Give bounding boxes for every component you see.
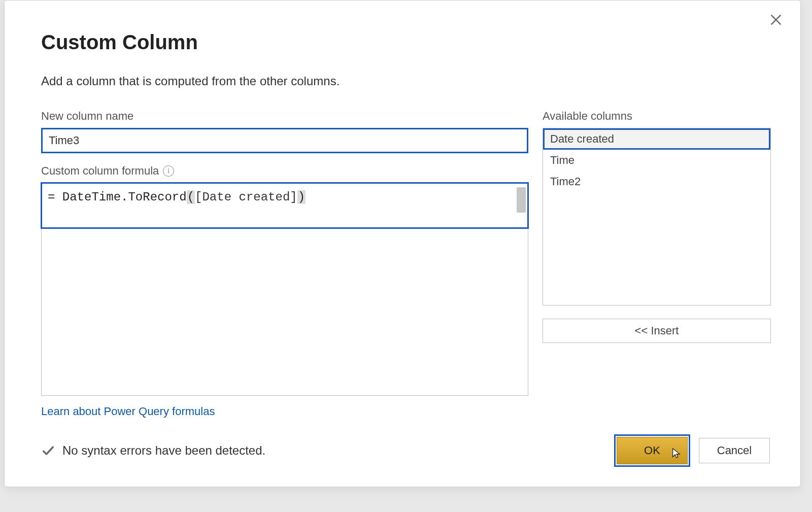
info-icon[interactable]: i xyxy=(163,165,174,177)
right-column: Available columns Date createdTimeTime2 … xyxy=(543,110,771,418)
formula-editor[interactable]: = DateTime.ToRecord([Date created]) xyxy=(41,183,528,396)
new-column-name-label: New column name xyxy=(41,110,528,123)
left-column: New column name Custom column formula i … xyxy=(41,110,528,418)
status-message: No syntax errors have been detected. xyxy=(62,443,265,458)
column-name-input[interactable] xyxy=(41,128,528,153)
formula-label-text: Custom column formula xyxy=(41,164,159,178)
available-column-item[interactable]: Time2 xyxy=(543,171,770,192)
scrollbar-thumb[interactable] xyxy=(517,187,526,213)
status-row: No syntax errors have been detected. xyxy=(41,443,265,458)
dialog-title: Custom Column xyxy=(41,31,764,54)
ok-button[interactable]: OK xyxy=(617,437,688,464)
dialog-subtitle: Add a column that is computed from the o… xyxy=(41,74,764,88)
cursor-icon xyxy=(671,447,682,460)
insert-button[interactable]: << Insert xyxy=(543,319,771,343)
close-icon xyxy=(769,13,783,27)
check-icon xyxy=(41,443,55,458)
formula-highlight-box xyxy=(41,182,529,229)
close-button[interactable] xyxy=(767,11,785,29)
learn-link[interactable]: Learn about Power Query formulas xyxy=(41,405,215,418)
available-column-item[interactable]: Time xyxy=(543,150,770,171)
available-columns-label: Available columns xyxy=(543,110,771,123)
cancel-button[interactable]: Cancel xyxy=(699,438,770,463)
content-row: New column name Custom column formula i … xyxy=(41,110,764,418)
dialog-footer: No syntax errors have been detected. OK … xyxy=(41,437,770,464)
formula-text: = DateTime.ToRecord([Date created]) xyxy=(48,190,306,204)
button-row: OK Cancel xyxy=(617,437,770,464)
custom-column-dialog: Custom Column Add a column that is compu… xyxy=(4,0,801,487)
ok-button-label: OK xyxy=(644,444,660,457)
available-columns-list[interactable]: Date createdTimeTime2 xyxy=(543,128,771,305)
available-column-item[interactable]: Date created xyxy=(543,128,770,150)
formula-label: Custom column formula i xyxy=(41,164,528,178)
